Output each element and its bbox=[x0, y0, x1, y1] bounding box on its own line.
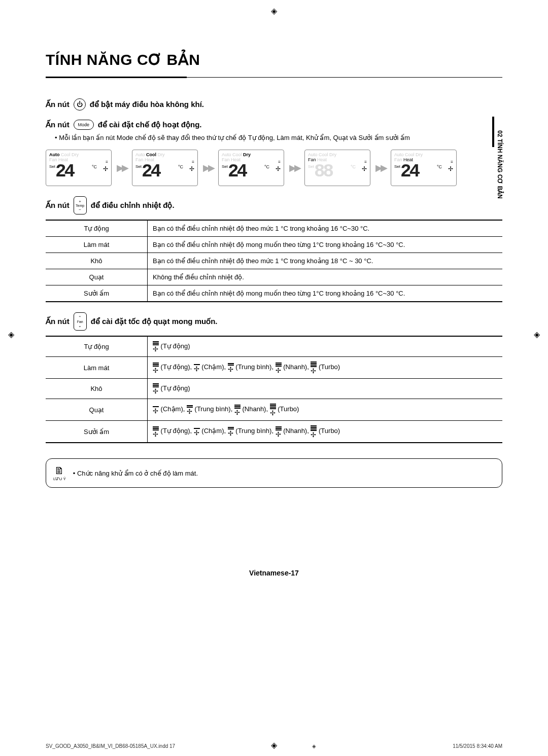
text: Ấn nút bbox=[46, 100, 70, 109]
fan-speed-icon: ✢ bbox=[153, 406, 159, 414]
fan-speed-icon: ✢ bbox=[187, 405, 193, 415]
section-side-tab: 02 TÍNH NĂNG CƠ BẢN bbox=[494, 117, 505, 213]
fan-speed-icon: ✢ bbox=[311, 425, 317, 438]
lcd-auto: Auto Cool Dry Fan Heat Set 24 °C ≡ ✢ bbox=[46, 150, 112, 186]
table-row: Tự độngBạn có thể điều chỉnh nhiệt độ th… bbox=[46, 220, 502, 237]
table-row: Sưởi ấm✢ (Tự động), ✢ (Chậm), ✢ (Trung b… bbox=[46, 421, 502, 443]
mode-button-icon: Mode bbox=[74, 120, 94, 130]
title-underline-thin bbox=[187, 77, 502, 78]
speed-label: (Nhanh) bbox=[282, 363, 307, 371]
arrow-icon: ▶▶ bbox=[375, 162, 386, 173]
note-icon: 🗎 LƯU Ý bbox=[53, 465, 66, 481]
text: Ấn nút bbox=[46, 317, 70, 326]
fan-speed-icon: ✢ bbox=[228, 363, 234, 373]
fan-speed-icon: ✢ bbox=[311, 361, 317, 374]
fan-speed-icon: ✢ bbox=[153, 341, 159, 352]
mode-cell: Làm mát bbox=[46, 237, 148, 253]
lcd-cool: Auto Cool Dry Fan Heat Set 24 °C ≡ ✢ bbox=[132, 150, 198, 186]
speed-label: (Turbo) bbox=[317, 427, 340, 435]
text: để cài đặt tốc độ quạt mong muốn. bbox=[91, 317, 218, 326]
speeds-cell: ✢ (Tự động) bbox=[148, 379, 503, 399]
mode-sequence-row: Auto Cool Dry Fan Heat Set 24 °C ≡ ✢ ▶▶ … bbox=[46, 150, 502, 186]
fan-speed-icon: ✢ bbox=[153, 426, 159, 438]
note-text: • Chức năng khử ẩm có ở chế độ làm mát. bbox=[73, 470, 198, 477]
page-title: TÍNH NĂNG CƠ BẢN bbox=[46, 51, 502, 71]
table-row: Làm mát✢ (Tự động), ✢ (Chậm), ✢ (Trung b… bbox=[46, 357, 502, 379]
table-row: Sưởi ấmBạn có thể điều chỉnh nhiệt độ mo… bbox=[46, 285, 502, 302]
lcd-fan: Auto Cool Dry Fan Heat Set 88 °C ≡ ✢ bbox=[304, 150, 370, 186]
power-button-icon: ⏻ bbox=[74, 98, 86, 111]
mode-cell: Tự động bbox=[46, 336, 148, 357]
text: để bật máy điều hòa không khí. bbox=[90, 100, 204, 109]
fan-speed-icon: ✢ bbox=[153, 383, 159, 394]
text: Ấn nút bbox=[46, 201, 70, 210]
desc-cell: Bạn có thể điều chỉnh nhiệt độ mong muốn… bbox=[148, 285, 503, 302]
text: để cài đặt chế độ hoạt động. bbox=[98, 120, 202, 129]
mode-cell: Quạt bbox=[46, 269, 148, 285]
speeds-cell: ✢ (Tự động), ✢ (Chậm), ✢ (Trung bình), ✢… bbox=[148, 357, 503, 379]
desc-cell: Bạn có thể điều chỉnh nhiệt độ mong muốn… bbox=[148, 237, 503, 253]
text: Ấn nút bbox=[46, 120, 70, 129]
instruction-temp: Ấn nút + Temp − để điều chỉnh nhiệt độ. bbox=[46, 196, 502, 214]
table-row: Quạt✢ (Chậm), ✢ (Trung bình), ✢ (Nhanh),… bbox=[46, 399, 502, 421]
print-file: SV_GOOD_A3050_IB&IM_VI_DB68-05185A_UX.in… bbox=[46, 743, 175, 749]
arrow-icon: ▶▶ bbox=[289, 162, 299, 173]
speeds-cell: ✢ (Chậm), ✢ (Trung bình), ✢ (Nhanh), ✢ (… bbox=[148, 399, 503, 421]
text: để điều chỉnh nhiệt độ. bbox=[91, 201, 175, 210]
speed-label: (Chậm) bbox=[159, 405, 183, 413]
speed-label: (Chậm) bbox=[200, 363, 224, 371]
desc-cell: Không thể điều chỉnh nhiệt độ. bbox=[148, 269, 503, 285]
speed-label: (Tự động) bbox=[159, 342, 190, 350]
mode-cell: Làm mát bbox=[46, 357, 148, 379]
speed-label: (Tự động) bbox=[159, 363, 190, 371]
speeds-cell: ✢ (Tự động), ✢ (Chậm), ✢ (Trung bình), ✢… bbox=[148, 421, 503, 443]
instruction-power: Ấn nút ⏻ để bật máy điều hòa không khí. bbox=[46, 98, 502, 111]
fan-table: Tự động✢ (Tự động)Làm mát✢ (Tự động), ✢ … bbox=[46, 336, 502, 443]
note-box: 🗎 LƯU Ý • Chức năng khử ẩm có ở chế độ l… bbox=[46, 458, 502, 488]
page-number: Vietnamese-17 bbox=[46, 569, 502, 577]
table-row: Khô✢ (Tự động) bbox=[46, 379, 502, 399]
print-metadata: SV_GOOD_A3050_IB&IM_VI_DB68-05185A_UX.in… bbox=[46, 743, 502, 749]
speed-label: (Tự động) bbox=[159, 427, 190, 435]
instruction-mode: Ấn nút Mode để cài đặt chế độ hoạt động. bbox=[46, 120, 502, 130]
temp-table: Tự độngBạn có thể điều chỉnh nhiệt độ th… bbox=[46, 220, 502, 302]
title-underline-thick bbox=[46, 77, 187, 78]
speed-label: (Nhanh) bbox=[241, 405, 266, 413]
lcd-dry: Auto Cool Dry Fan Heat Set 24 °C ≡ ✢ bbox=[218, 150, 284, 186]
fan-speed-icon: ✢ bbox=[194, 427, 200, 436]
table-row: Làm mátBạn có thể điều chỉnh nhiệt độ mo… bbox=[46, 237, 502, 253]
lcd-heat: Auto Cool Dry Fan Heat Set 24 °C ≡ ✢ bbox=[391, 150, 457, 186]
page-title-block: TÍNH NĂNG CƠ BẢN bbox=[46, 51, 502, 78]
table-row: KhôBạn có thể điều chỉnh nhiệt độ theo m… bbox=[46, 253, 502, 269]
mode-cell: Sưởi ấm bbox=[46, 421, 148, 443]
speed-label: (Tự động) bbox=[159, 384, 190, 392]
speed-label: (Trung bình) bbox=[193, 405, 231, 413]
fan-speed-icon: ✢ bbox=[194, 364, 200, 372]
print-reg-icon: ◈ bbox=[312, 743, 316, 749]
fan-speed-icon: ✢ bbox=[276, 426, 282, 438]
temp-button-icon: + Temp − bbox=[74, 196, 87, 214]
speed-label: (Turbo) bbox=[317, 363, 340, 371]
fan-speed-icon: ✢ bbox=[228, 426, 234, 437]
print-time: 11/5/2015 8:34:40 AM bbox=[453, 743, 502, 749]
fan-speed-icon: ✢ bbox=[234, 404, 241, 416]
table-row: Tự động✢ (Tự động) bbox=[46, 336, 502, 357]
speed-label: (Trung bình) bbox=[234, 363, 272, 371]
instruction-fan: Ấn nút ⌃ Fan ⌄ để cài đặt tốc độ quạt mo… bbox=[46, 312, 502, 331]
speed-label: (Turbo) bbox=[276, 405, 299, 413]
mode-cell: Sưởi ấm bbox=[46, 285, 148, 302]
mode-bullet: Mỗi lần bạn ấn nút Mode chế độ sẽ thay đ… bbox=[55, 134, 502, 141]
fan-speed-icon: ✢ bbox=[153, 362, 159, 374]
mode-cell: Quạt bbox=[46, 399, 148, 421]
arrow-icon: ▶▶ bbox=[203, 162, 213, 173]
mode-cell: Tự động bbox=[46, 220, 148, 237]
speed-label: (Nhanh) bbox=[282, 427, 307, 435]
fan-speed-icon: ✢ bbox=[270, 403, 276, 416]
speed-label: (Chậm) bbox=[200, 427, 224, 435]
table-row: QuạtKhông thể điều chỉnh nhiệt độ. bbox=[46, 269, 502, 285]
desc-cell: Bạn có thể điều chỉnh nhiệt độ theo mức … bbox=[148, 220, 503, 237]
fan-speed-icon: ✢ bbox=[276, 362, 282, 374]
mode-cell: Khô bbox=[46, 379, 148, 399]
desc-cell: Bạn có thể điều chỉnh nhiệt độ theo mức … bbox=[148, 253, 503, 269]
speeds-cell: ✢ (Tự động) bbox=[148, 336, 503, 357]
